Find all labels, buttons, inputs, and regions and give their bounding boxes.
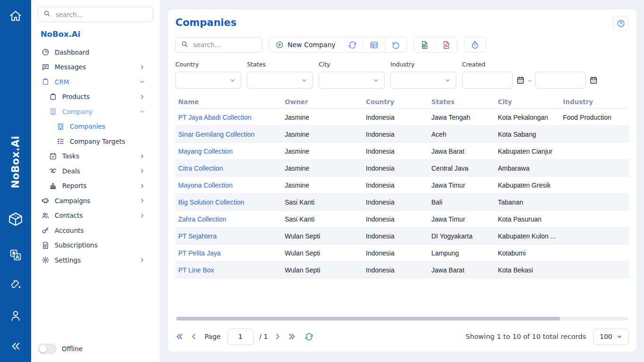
calendar-icon[interactable] (589, 76, 598, 84)
sidebar-item-accounts[interactable]: Accounts (31, 223, 160, 238)
translate-icon[interactable] (9, 249, 22, 261)
company-name-link[interactable]: PT Line Box (175, 266, 282, 274)
offline-row: Offline (31, 339, 160, 362)
filter-select-country[interactable] (175, 72, 241, 89)
export-pdf-button[interactable] (436, 37, 457, 52)
page-label: Page (205, 333, 221, 340)
cell-industry: Food Production (560, 114, 629, 121)
table-row: PT Jaya Abadi CollectionJasmineIndonesia… (175, 109, 629, 126)
filter-select-states[interactable] (247, 72, 313, 89)
vertical-brand-text: NoBox.Ai (10, 136, 21, 188)
sidebar-item-company[interactable]: Company (31, 104, 160, 119)
created-to-input[interactable] (535, 72, 586, 89)
cell-states: Jawa Timur (429, 181, 495, 189)
filter-select-city[interactable] (319, 72, 385, 89)
sidebar-item-crm[interactable]: CRM (31, 74, 160, 90)
page-title: Companies (175, 17, 237, 28)
undo-icon (391, 41, 400, 49)
home-icon[interactable] (9, 9, 22, 23)
sidebar-item-reports[interactable]: Reports (31, 179, 160, 194)
timer-button[interactable] (464, 37, 486, 52)
sidebar-item-contacts[interactable]: Contacts (31, 208, 160, 223)
export-excel-button[interactable] (414, 37, 436, 52)
sidebar-item-subscriptions[interactable]: Subscriptions (31, 238, 160, 253)
sidebar-item-campaigns[interactable]: Campaigns (31, 193, 160, 208)
first-page-icon[interactable] (175, 332, 184, 341)
company-name-link[interactable]: Mayang Collection (175, 148, 282, 155)
column-header-name[interactable]: Name (175, 98, 282, 106)
sidebar-item-deals[interactable]: Deals (31, 164, 160, 179)
previous-page-icon[interactable] (190, 332, 198, 341)
offline-toggle[interactable] (38, 344, 57, 354)
cell-city: Kotabumi (495, 249, 560, 257)
sidebar-item-tasks[interactable]: Tasks (31, 149, 160, 164)
company-name-link[interactable]: Mayona Collection (175, 181, 282, 189)
undo-button[interactable] (385, 37, 406, 52)
collapse-sidebar-icon[interactable] (10, 340, 22, 352)
cell-states: Jawa Barat (429, 148, 495, 155)
column-header-owner[interactable]: Owner (282, 98, 363, 106)
refresh-button[interactable] (342, 37, 363, 52)
table-header-row: NameOwnerCountryStatesCityIndustry (175, 95, 629, 109)
cell-city: Kota Sabang (495, 131, 560, 138)
next-page-icon[interactable] (273, 332, 282, 341)
user-icon[interactable] (9, 309, 22, 322)
help-button[interactable] (613, 16, 629, 31)
sidebar-item-companies[interactable]: Companies (31, 119, 160, 134)
cell-states: Lampung (429, 249, 495, 257)
company-name-link[interactable]: PT Jaya Abadi Collection (175, 114, 282, 121)
table-search-input[interactable] (192, 41, 256, 49)
horizontal-scrollbar-thumb[interactable] (176, 317, 560, 321)
new-company-button[interactable]: New Company (269, 37, 342, 52)
cell-owner: Jasmine (282, 148, 363, 155)
table-row: Mayona CollectionJasmineIndonesiaJawa Ti… (175, 177, 629, 194)
table-row: Sinar Gemilang CollectionJasmineIndonesi… (175, 126, 629, 143)
offline-label: Offline (62, 345, 83, 353)
chevron-right-icon (138, 153, 146, 159)
sidebar-nav: DashboardMessagesCRMProductsCompanyCompa… (31, 45, 160, 339)
paint-icon[interactable] (10, 278, 22, 290)
sidebar-item-settings[interactable]: Settings (31, 253, 160, 268)
timer-button-group (464, 37, 486, 53)
calendar-icon[interactable] (516, 76, 525, 84)
campaigns-icon (41, 197, 50, 205)
settings-icon (41, 256, 50, 264)
sidebar-item-label: Subscriptions (55, 241, 98, 249)
app-window: NoBox.Ai NoBox.Ai DashboardMessagesCRMPr… (0, 0, 644, 362)
last-page-icon[interactable] (288, 332, 296, 341)
column-header-country[interactable]: Country (363, 98, 429, 106)
cell-city: Kabupaten Gresik (495, 181, 560, 189)
company-name-link[interactable]: Zahra Collection (175, 215, 282, 223)
created-from-input[interactable] (462, 72, 513, 89)
table-columns-button[interactable] (363, 37, 385, 52)
cell-owner: Wulan Septi (282, 232, 363, 240)
column-header-industry[interactable]: Industry (560, 98, 629, 106)
column-header-states[interactable]: States (429, 98, 495, 106)
filter-label: Country (175, 61, 241, 68)
sidebar-item-dashboard[interactable]: Dashboard (31, 45, 160, 60)
sidebar-item-products[interactable]: Products (31, 90, 160, 105)
company-name-link[interactable]: Big Solution Collection (175, 198, 282, 206)
company-name-link[interactable]: PT Pelita Jaya (175, 249, 282, 257)
reload-table-icon[interactable] (305, 332, 314, 341)
filter-select-industry[interactable] (390, 72, 456, 89)
company-icon (49, 107, 57, 115)
page-size-select[interactable]: 100 (593, 329, 629, 345)
company-name-link[interactable]: PT Sejahtera (175, 232, 282, 240)
column-header-city[interactable]: City (495, 98, 560, 106)
sidebar-item-label: Messages (55, 63, 86, 71)
sidebar-search-input[interactable] (55, 10, 148, 19)
chevron-right-icon (138, 168, 146, 174)
cell-owner: Jasmine (282, 181, 363, 189)
chevron-right-icon (138, 94, 146, 100)
sidebar-item-label: Campaigns (55, 197, 91, 205)
sidebar-item-messages[interactable]: Messages (31, 60, 160, 75)
sidebar-item-company-targets[interactable]: Company Targets (31, 134, 160, 149)
cell-city: Kota Pasuruan (495, 215, 560, 223)
sidebar-item-label: CRM (55, 78, 69, 86)
chevron-right-icon (138, 213, 146, 219)
company-name-link[interactable]: Citra Collection (175, 165, 282, 172)
cube-logo-icon[interactable] (8, 211, 24, 227)
company-name-link[interactable]: Sinar Gemilang Collection (175, 131, 282, 138)
page-number-input[interactable] (227, 329, 254, 345)
